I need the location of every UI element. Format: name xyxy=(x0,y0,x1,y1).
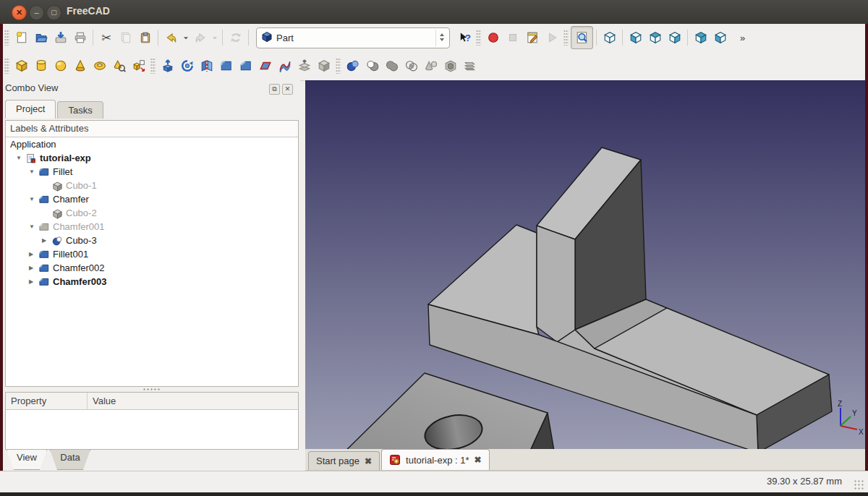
panel-float-icon[interactable]: ⧉ xyxy=(269,84,280,95)
tab-data[interactable]: Data xyxy=(50,450,90,470)
macro-edit-icon[interactable] xyxy=(522,27,542,48)
cut-icon[interactable]: ✂ xyxy=(96,27,116,48)
tree-item-chamfer[interactable]: ▼Chamfer xyxy=(6,192,298,206)
open-document-icon[interactable] xyxy=(31,27,51,48)
tree-item-chamfer003[interactable]: ▶Chamfer003 xyxy=(6,275,298,288)
part-sphere-icon[interactable] xyxy=(51,56,70,76)
refresh-icon[interactable] xyxy=(226,27,245,48)
part-box-icon[interactable] xyxy=(12,56,31,76)
panel-close-icon[interactable]: ✕ xyxy=(282,84,293,95)
part-revolve-icon[interactable] xyxy=(177,56,197,76)
tab-project[interactable]: Project xyxy=(5,100,56,119)
property-column-property[interactable]: Property xyxy=(6,393,88,409)
workbench-selector-spinner[interactable] xyxy=(435,30,448,46)
window-close-button[interactable]: ✕ xyxy=(12,5,27,20)
expand-arrow-icon[interactable]: ▶ xyxy=(29,278,33,285)
window-maximize-button[interactable]: ▢ xyxy=(46,5,61,20)
part-union-icon[interactable] xyxy=(382,56,401,76)
3d-viewport[interactable]: Z Y X xyxy=(305,80,865,449)
document-tab-tutorial-exp[interactable]: tutorial-exp : 1*✖ xyxy=(381,449,490,470)
macro-record-icon[interactable] xyxy=(483,27,503,48)
view-rear-icon[interactable] xyxy=(691,27,710,48)
tree-item-tutorial-exp[interactable]: ▼tutorial-exp xyxy=(6,151,298,165)
resize-grip[interactable] xyxy=(854,479,864,489)
tree-item-fillet001[interactable]: ▶Fillet001 xyxy=(6,247,298,261)
part-mirror-icon[interactable] xyxy=(197,56,216,76)
print-icon[interactable] xyxy=(70,27,90,48)
part-torus-icon[interactable] xyxy=(90,56,109,76)
fit-all-icon[interactable] xyxy=(571,26,593,49)
document-tab-start[interactable]: Start page✖ xyxy=(308,451,380,470)
undo-menu-icon[interactable] xyxy=(181,27,190,48)
tree-item-cubo-2[interactable]: Cubo-2 xyxy=(6,206,298,220)
tree-item-chamfer001[interactable]: ▼Chamfer001 xyxy=(6,220,298,234)
tree-item-cubo-1[interactable]: Cubo-1 xyxy=(6,179,298,192)
redo-icon[interactable] xyxy=(190,27,210,48)
dimension-readout: 39.30 x 25.87 mm xyxy=(767,476,842,487)
part-extrude-icon[interactable] xyxy=(158,56,177,76)
part-fillet-icon[interactable] xyxy=(216,56,236,76)
tree-item-fillet[interactable]: ▼Fillet xyxy=(6,165,298,179)
toolbar-drag-handle[interactable] xyxy=(336,58,341,74)
collapse-arrow-icon[interactable]: ▼ xyxy=(29,196,35,202)
part-cross-sections-icon[interactable] xyxy=(460,56,480,76)
collapse-arrow-icon[interactable]: ▼ xyxy=(16,155,22,161)
tree-item-cubo-3[interactable]: ▶Cubo-3 xyxy=(6,234,298,247)
part-compound-icon[interactable] xyxy=(421,56,441,76)
tree-item-chamfer002[interactable]: ▶Chamfer002 xyxy=(6,261,298,275)
window-bottom-edge xyxy=(0,492,868,496)
tree-item-label: Chamfer003 xyxy=(53,276,106,287)
part-offset-icon[interactable] xyxy=(314,56,333,76)
tab-tasks[interactable]: Tasks xyxy=(57,101,103,119)
expand-arrow-icon[interactable]: ▶ xyxy=(29,251,33,257)
redo-menu-icon[interactable] xyxy=(210,27,219,48)
property-column-value[interactable]: Value xyxy=(88,393,116,409)
toolbar-drag-handle[interactable] xyxy=(4,58,9,74)
save-document-icon[interactable] xyxy=(51,27,70,48)
toolbar-drag-handle[interactable] xyxy=(4,30,9,46)
part-cylinder-icon[interactable] xyxy=(31,56,51,76)
part-primitives-icon[interactable] xyxy=(109,56,129,76)
part-thickness-icon[interactable] xyxy=(441,56,460,76)
part-cone-icon[interactable] xyxy=(70,56,90,76)
collapse-arrow-icon[interactable]: ▼ xyxy=(29,168,35,175)
view-axonometric-icon[interactable] xyxy=(600,27,619,48)
toolbar-separator xyxy=(596,30,597,46)
part-shape-builder-icon[interactable] xyxy=(129,56,148,76)
tree-item-label: Chamfer xyxy=(53,194,89,205)
expand-arrow-icon[interactable]: ▶ xyxy=(29,265,33,271)
expand-arrow-icon[interactable]: ▶ xyxy=(42,237,46,244)
close-tab-icon[interactable]: ✖ xyxy=(365,456,372,466)
part-make-face-icon[interactable] xyxy=(255,56,275,76)
panel-splitter[interactable] xyxy=(5,387,297,392)
view-right-icon[interactable] xyxy=(665,27,684,48)
whats-this-icon[interactable]: ? xyxy=(454,27,474,48)
close-tab-icon[interactable]: ✖ xyxy=(475,455,482,465)
toolbar-drag-handle[interactable] xyxy=(150,58,156,74)
tab-view[interactable]: View xyxy=(7,450,47,470)
part-ruled-surface-icon[interactable] xyxy=(275,56,294,76)
undo-icon[interactable] xyxy=(161,27,181,48)
view-left-icon[interactable] xyxy=(710,27,730,48)
view-front-icon[interactable] xyxy=(626,27,645,48)
part-cut-icon[interactable] xyxy=(362,56,382,76)
macro-stop-icon[interactable] xyxy=(503,27,522,48)
copy-icon[interactable] xyxy=(116,27,135,48)
view-top-icon[interactable] xyxy=(645,27,665,48)
combo-view-panel: Combo View ⧉ ✕ ProjectTasks Labels & Att… xyxy=(2,80,300,471)
toolbar-overflow[interactable]: » xyxy=(731,27,754,48)
part-common-icon[interactable] xyxy=(401,56,421,76)
part-loft-icon[interactable] xyxy=(294,56,314,76)
macro-play-icon[interactable] xyxy=(542,27,561,48)
part-chamfer-icon[interactable] xyxy=(236,56,255,76)
window-minimize-button[interactable]: – xyxy=(29,5,44,20)
collapse-arrow-icon[interactable]: ▼ xyxy=(29,223,35,230)
new-document-icon[interactable] xyxy=(12,27,31,48)
tree-root-application[interactable]: Application xyxy=(6,137,298,151)
paste-icon[interactable] xyxy=(135,27,155,48)
workbench-selector[interactable]: Part xyxy=(256,27,450,48)
toolbar-separator xyxy=(687,30,688,46)
toolbar-drag-handle[interactable] xyxy=(563,30,569,46)
part-boolean-icon[interactable] xyxy=(343,56,362,76)
toolbar-drag-handle[interactable] xyxy=(476,30,481,46)
